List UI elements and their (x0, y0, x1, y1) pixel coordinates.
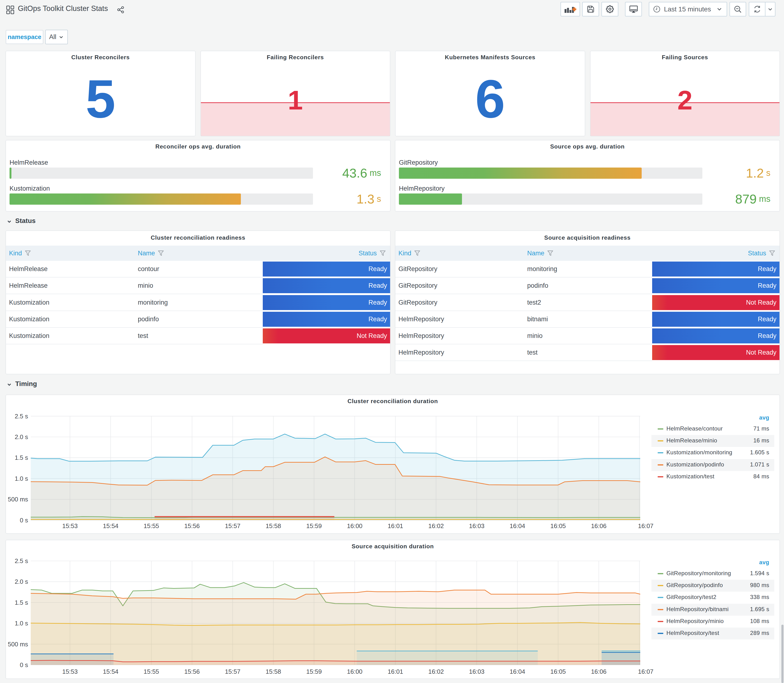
svg-text:16:01: 16:01 (388, 668, 403, 675)
svg-text:15:57: 15:57 (225, 523, 240, 529)
svg-text:0 s: 0 s (20, 517, 28, 524)
svg-text:15:59: 15:59 (306, 668, 322, 675)
svg-text:15:55: 15:55 (144, 668, 159, 675)
svg-text:16:05: 16:05 (550, 668, 566, 675)
svg-text:1.0 s: 1.0 s (15, 475, 28, 482)
svg-text:15:54: 15:54 (103, 523, 118, 529)
svg-text:16:01: 16:01 (388, 523, 403, 529)
svg-text:16:05: 16:05 (550, 523, 566, 529)
svg-text:1.5 s: 1.5 s (15, 599, 28, 606)
svg-text:16:03: 16:03 (469, 668, 484, 675)
svg-text:0 s: 0 s (20, 661, 28, 669)
svg-text:15:54: 15:54 (103, 668, 118, 675)
svg-text:2.0 s: 2.0 s (15, 433, 28, 441)
svg-text:16:02: 16:02 (428, 668, 444, 675)
svg-text:16:07: 16:07 (638, 523, 653, 529)
svg-text:16:00: 16:00 (347, 668, 362, 675)
svg-text:15:58: 15:58 (266, 668, 281, 675)
svg-text:16:06: 16:06 (591, 523, 606, 529)
svg-text:15:58: 15:58 (266, 523, 281, 529)
svg-text:500 ms: 500 ms (8, 496, 28, 503)
svg-text:2.5 s: 2.5 s (15, 413, 28, 420)
svg-text:15:55: 15:55 (144, 523, 159, 529)
svg-text:16:04: 16:04 (510, 668, 525, 675)
svg-text:2.0 s: 2.0 s (15, 578, 28, 585)
svg-text:16:03: 16:03 (469, 523, 484, 529)
svg-text:16:04: 16:04 (510, 523, 525, 529)
svg-text:15:53: 15:53 (62, 523, 78, 529)
svg-text:15:57: 15:57 (225, 668, 240, 675)
svg-text:16:02: 16:02 (428, 523, 444, 529)
svg-text:16:07: 16:07 (638, 668, 653, 675)
svg-text:15:56: 15:56 (184, 668, 200, 675)
svg-text:15:56: 15:56 (184, 523, 200, 529)
svg-text:15:59: 15:59 (306, 523, 322, 529)
svg-text:1.5 s: 1.5 s (15, 454, 28, 461)
svg-text:16:00: 16:00 (347, 523, 362, 529)
svg-text:2.5 s: 2.5 s (15, 557, 28, 564)
svg-text:500 ms: 500 ms (8, 641, 28, 648)
svg-text:16:06: 16:06 (591, 668, 606, 675)
svg-text:15:53: 15:53 (62, 668, 78, 675)
svg-text:1.0 s: 1.0 s (15, 620, 28, 627)
